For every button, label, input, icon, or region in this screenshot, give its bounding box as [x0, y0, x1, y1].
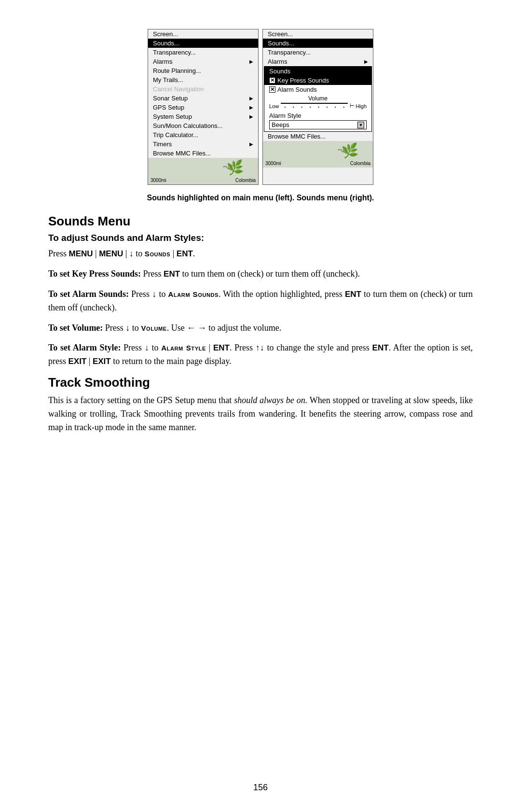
- key-press-sounds-para: To set Key Press Sounds: Press ENT to tu…: [48, 267, 473, 281]
- menu-item-my-trails: My Trails...: [148, 75, 258, 84]
- track-smoothing-para: This is a factory setting on the GPS Set…: [48, 394, 473, 434]
- exit-key-2: EXIT: [93, 357, 111, 366]
- ent-key-5: ENT: [372, 343, 389, 352]
- key-press-sounds-item: ✕ Key Press Sounds: [264, 76, 371, 85]
- track-smoothing-italic: should always be on.: [234, 395, 307, 405]
- sounds-small-caps: Sounds: [145, 250, 170, 258]
- menu-item-browse-mmc: Browse MMC Files...: [148, 149, 258, 158]
- left-map-region: Colombia: [235, 178, 256, 183]
- alarm-sounds-small-caps: Alarm Sounds: [168, 290, 219, 298]
- right-menu-item-screen: Screen...: [263, 29, 373, 39]
- volume-small-caps: Volume: [141, 324, 166, 332]
- ent-key-1: ENT: [177, 249, 193, 258]
- menu-item-screen: Screen...: [148, 29, 258, 39]
- page: Screen... Sounds... Transparency... Alar…: [0, 0, 521, 812]
- exit-key-1: EXIT: [69, 357, 87, 366]
- right-menu-browse-mmc: Browse MMC Files...: [263, 132, 373, 141]
- right-map-region: Colombia: [350, 161, 370, 166]
- alarm-style-label: Alarm Style: [264, 111, 371, 119]
- alarm-style-select: Beeps ▼: [269, 120, 367, 129]
- submenu-header: Sounds: [264, 67, 371, 76]
- menu-item-trip-calc: Trip Calculator...: [148, 130, 258, 140]
- ent-key-3: ENT: [345, 290, 361, 299]
- menu-item-route-planning: Route Planning...: [148, 66, 258, 75]
- menu-item-sounds-selected: Sounds...: [148, 39, 258, 48]
- menu-item-sonar-setup: Sonar Setup: [148, 94, 258, 103]
- volume-label: Volume: [264, 94, 371, 102]
- menu-key-2: MENU: [99, 249, 123, 258]
- alarm-sounds-item: ✕ Alarm Sounds: [264, 85, 371, 94]
- track-smoothing-title: Track Smoothing: [48, 375, 473, 390]
- alarm-style-small-caps: Alarm Style: [161, 344, 206, 352]
- ent-key-4: ENT: [213, 343, 230, 352]
- volume-slider-row: Low • • • • • • • •: [264, 102, 371, 111]
- menu-item-system-setup: System Setup: [148, 112, 258, 121]
- left-map-distance: 3000mi: [151, 178, 166, 183]
- menu-item-sun-moon: Sun/Moon Calculations...: [148, 121, 258, 130]
- page-number: 156: [253, 783, 268, 793]
- alarm-sounds-para: To set Alarm Sounds: Press ↓ to Alarm So…: [48, 288, 473, 315]
- menu-key-1: MENU: [69, 249, 93, 258]
- dropdown-arrow-icon: ▼: [357, 122, 364, 128]
- sounds-menu-subtitle: To adjust Sounds and Alarm Styles:: [48, 233, 473, 243]
- left-menu-panel: Screen... Sounds... Transparency... Alar…: [148, 29, 259, 185]
- volume-para: To set Volume: Press ↓ to Volume. Use ← …: [48, 322, 473, 335]
- alarm-style-value: Beeps: [272, 121, 356, 128]
- right-map-distance: 3000mi: [265, 161, 281, 166]
- screenshot-area: Screen... Sounds... Transparency... Alar…: [48, 29, 473, 185]
- key-press-sounds-bold: To set Key Press Sounds:: [48, 269, 141, 279]
- alarm-style-para: To set Alarm Style: Press ↓ to Alarm Sty…: [48, 341, 473, 368]
- left-map-footer: 🌿 〜 3000mi Colombia: [148, 158, 258, 184]
- alarm-sounds-bold: To set Alarm Sounds:: [48, 289, 129, 299]
- press-menu-instruction: Press MENU | MENU | ↓ to Sounds | ENT.: [48, 247, 473, 261]
- right-menu-item-alarms: Alarms▶: [263, 57, 373, 66]
- sounds-menu-section: Sounds Menu To adjust Sounds and Alarm S…: [48, 214, 473, 368]
- ent-key-2: ENT: [164, 269, 180, 279]
- menu-item-timers: Timers: [148, 140, 258, 149]
- menu-item-cancel-nav: Cancel Navigation: [148, 84, 258, 94]
- volume-bold: To set Volume:: [48, 323, 103, 333]
- right-menu-panel: Screen... Sounds... Transparency... Alar…: [262, 29, 373, 185]
- sounds-submenu: Sounds ✕ Key Press Sounds ✕ Alarm Sounds…: [264, 66, 372, 132]
- screenshot-caption: Sounds highlighted on main menu (left). …: [48, 194, 473, 202]
- menu-item-alarms: Alarms: [148, 57, 258, 66]
- track-smoothing-section: Track Smoothing This is a factory settin…: [48, 375, 473, 434]
- right-map-footer: 🌿 〜 3000mi Colombia: [263, 141, 373, 168]
- right-menu-item-transparency: Transparency...: [263, 48, 373, 57]
- right-menu-item-sounds: Sounds...: [263, 39, 373, 48]
- alarm-style-bold: To set Alarm Style:: [48, 343, 121, 352]
- sounds-menu-title: Sounds Menu: [48, 214, 473, 229]
- menu-item-gps-setup: GPS Setup: [148, 103, 258, 112]
- menu-item-transparency: Transparency...: [148, 48, 258, 57]
